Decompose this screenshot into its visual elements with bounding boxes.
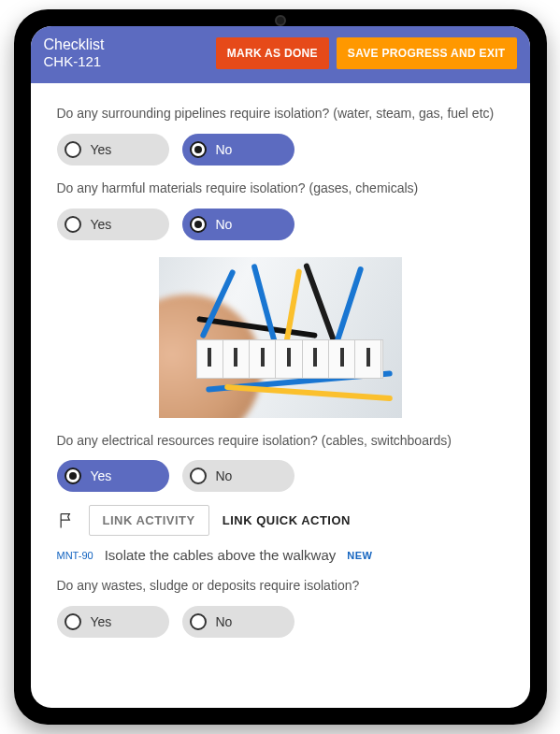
question-3: Do any electrical resources require isol… — [57, 431, 504, 452]
page-title: Checklist — [44, 36, 105, 53]
tablet-frame: Checklist CHK-121 MARK AS DONE SAVE PROG… — [14, 9, 547, 725]
linked-ref: MNT-90 — [57, 550, 93, 561]
q1-yes-option[interactable]: Yes — [57, 134, 169, 166]
option-label: No — [216, 468, 233, 483]
question-4: Do any wastes, sludge or deposits requir… — [57, 576, 504, 597]
option-label: Yes — [91, 142, 112, 157]
image-breaker-row — [196, 339, 383, 379]
linked-desc: Isolate the cables above the walkway — [105, 547, 337, 563]
radio-icon — [65, 216, 81, 233]
radio-icon — [190, 613, 207, 630]
app-header: Checklist CHK-121 MARK AS DONE SAVE PROG… — [31, 26, 530, 83]
radio-icon — [190, 141, 207, 158]
q1-no-option[interactable]: No — [182, 134, 294, 166]
q3-no-option[interactable]: No — [182, 460, 294, 492]
option-label: Yes — [91, 614, 112, 629]
new-badge: NEW — [347, 550, 372, 561]
q4-yes-option[interactable]: Yes — [57, 606, 169, 638]
attachment-image[interactable] — [159, 257, 402, 418]
radio-icon — [65, 141, 81, 158]
radio-icon — [65, 468, 81, 484]
option-label: No — [216, 614, 233, 629]
option-label: Yes — [91, 217, 112, 232]
flag-icon — [57, 511, 76, 530]
page-subtitle: CHK-121 — [44, 53, 105, 70]
screen: Checklist CHK-121 MARK AS DONE SAVE PROG… — [31, 26, 530, 708]
q4-no-option[interactable]: No — [182, 606, 294, 638]
radio-icon — [190, 216, 207, 233]
option-label: No — [216, 217, 233, 232]
q2-no-option[interactable]: No — [182, 209, 294, 240]
q2-yes-option[interactable]: Yes — [57, 209, 169, 240]
mark-done-button[interactable]: MARK AS DONE — [216, 37, 329, 69]
question-2: Do any harmful materials require isolati… — [57, 179, 504, 199]
option-label: No — [216, 142, 233, 157]
question-1: Do any surrounding pipelines require iso… — [57, 104, 504, 124]
q3-yes-option[interactable]: Yes — [57, 460, 169, 492]
radio-icon — [190, 468, 207, 484]
link-quick-action-button[interactable]: LINK QUICK ACTION — [223, 513, 351, 527]
linked-activity-row[interactable]: MNT-90 Isolate the cables above the walk… — [57, 547, 504, 563]
radio-icon — [65, 613, 81, 630]
save-exit-button[interactable]: SAVE PROGRESS AND EXIT — [337, 37, 517, 69]
option-label: Yes — [91, 468, 112, 483]
link-activity-button[interactable]: LINK ACTIVITY — [89, 505, 209, 536]
content-area: Do any surrounding pipelines require iso… — [31, 83, 530, 708]
